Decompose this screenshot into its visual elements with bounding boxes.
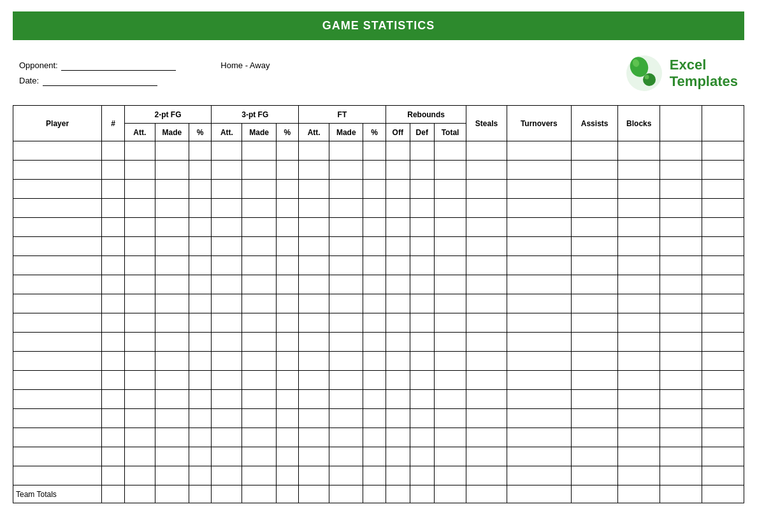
data-cell[interactable] bbox=[618, 237, 660, 256]
data-cell[interactable] bbox=[507, 275, 571, 294]
data-cell[interactable] bbox=[571, 409, 617, 428]
data-cell[interactable] bbox=[13, 447, 102, 466]
data-cell[interactable] bbox=[702, 256, 744, 275]
data-cell[interactable] bbox=[363, 390, 386, 409]
data-cell[interactable] bbox=[410, 256, 434, 275]
data-cell[interactable] bbox=[155, 218, 189, 237]
data-cell[interactable] bbox=[299, 141, 329, 161]
data-cell[interactable] bbox=[434, 218, 466, 237]
data-cell[interactable] bbox=[13, 428, 102, 447]
data-cell[interactable] bbox=[386, 294, 410, 313]
data-cell[interactable] bbox=[571, 352, 617, 371]
data-cell[interactable] bbox=[13, 371, 102, 390]
data-cell[interactable] bbox=[386, 447, 410, 466]
data-cell[interactable] bbox=[507, 199, 571, 218]
data-cell[interactable] bbox=[507, 352, 571, 371]
data-cell[interactable] bbox=[329, 180, 363, 199]
data-cell[interactable] bbox=[363, 352, 386, 371]
data-cell[interactable] bbox=[276, 218, 298, 237]
data-cell[interactable] bbox=[299, 466, 329, 485]
data-cell[interactable] bbox=[466, 409, 507, 428]
data-cell[interactable] bbox=[618, 428, 660, 447]
data-cell[interactable] bbox=[124, 371, 155, 390]
data-cell[interactable] bbox=[329, 352, 363, 371]
data-cell[interactable] bbox=[276, 275, 298, 294]
data-cell[interactable] bbox=[189, 313, 211, 333]
data-cell[interactable] bbox=[410, 352, 434, 371]
data-cell[interactable] bbox=[702, 447, 744, 466]
data-cell[interactable] bbox=[660, 390, 702, 409]
data-cell[interactable] bbox=[702, 180, 744, 199]
data-cell[interactable] bbox=[102, 294, 124, 313]
data-cell[interactable] bbox=[189, 371, 211, 390]
data-cell[interactable] bbox=[434, 390, 466, 409]
data-cell[interactable] bbox=[466, 333, 507, 352]
data-cell[interactable] bbox=[507, 333, 571, 352]
data-cell[interactable] bbox=[13, 409, 102, 428]
data-cell[interactable] bbox=[276, 390, 298, 409]
data-cell[interactable] bbox=[571, 275, 617, 294]
data-cell[interactable] bbox=[242, 199, 276, 218]
data-cell[interactable] bbox=[618, 390, 660, 409]
data-cell[interactable] bbox=[212, 428, 242, 447]
data-cell[interactable] bbox=[618, 466, 660, 485]
data-cell[interactable] bbox=[571, 141, 617, 161]
data-cell[interactable] bbox=[410, 409, 434, 428]
data-cell[interactable] bbox=[618, 352, 660, 371]
data-cell[interactable] bbox=[507, 390, 571, 409]
data-cell[interactable] bbox=[155, 466, 189, 485]
data-cell[interactable] bbox=[660, 294, 702, 313]
data-cell[interactable] bbox=[189, 275, 211, 294]
data-cell[interactable] bbox=[363, 333, 386, 352]
data-cell[interactable] bbox=[299, 180, 329, 199]
data-cell[interactable] bbox=[155, 161, 189, 180]
data-cell[interactable] bbox=[102, 447, 124, 466]
data-cell[interactable] bbox=[386, 180, 410, 199]
data-cell[interactable] bbox=[299, 409, 329, 428]
data-cell[interactable] bbox=[242, 294, 276, 313]
data-cell[interactable] bbox=[329, 237, 363, 256]
data-cell[interactable] bbox=[660, 428, 702, 447]
data-cell[interactable] bbox=[189, 237, 211, 256]
data-cell[interactable] bbox=[618, 371, 660, 390]
data-cell[interactable] bbox=[189, 180, 211, 199]
data-cell[interactable] bbox=[299, 256, 329, 275]
data-cell[interactable] bbox=[363, 180, 386, 199]
data-cell[interactable] bbox=[386, 409, 410, 428]
data-cell[interactable] bbox=[102, 180, 124, 199]
data-cell[interactable] bbox=[618, 141, 660, 161]
data-cell[interactable] bbox=[507, 371, 571, 390]
data-cell[interactable] bbox=[124, 352, 155, 371]
data-cell[interactable] bbox=[363, 466, 386, 485]
data-cell[interactable] bbox=[660, 352, 702, 371]
data-cell[interactable] bbox=[13, 466, 102, 485]
data-cell[interactable] bbox=[466, 447, 507, 466]
data-cell[interactable] bbox=[660, 447, 702, 466]
data-cell[interactable] bbox=[434, 180, 466, 199]
data-cell[interactable] bbox=[434, 161, 466, 180]
data-cell[interactable] bbox=[329, 409, 363, 428]
data-cell[interactable] bbox=[466, 141, 507, 161]
data-cell[interactable] bbox=[410, 333, 434, 352]
data-cell[interactable] bbox=[702, 199, 744, 218]
data-cell[interactable] bbox=[155, 428, 189, 447]
data-cell[interactable] bbox=[242, 218, 276, 237]
data-cell[interactable] bbox=[702, 428, 744, 447]
data-cell[interactable] bbox=[466, 352, 507, 371]
opponent-value[interactable] bbox=[61, 61, 176, 71]
data-cell[interactable] bbox=[155, 256, 189, 275]
data-cell[interactable] bbox=[276, 409, 298, 428]
data-cell[interactable] bbox=[124, 256, 155, 275]
data-cell[interactable] bbox=[329, 161, 363, 180]
data-cell[interactable] bbox=[189, 199, 211, 218]
data-cell[interactable] bbox=[102, 352, 124, 371]
data-cell[interactable] bbox=[102, 237, 124, 256]
data-cell[interactable] bbox=[618, 275, 660, 294]
data-cell[interactable] bbox=[155, 390, 189, 409]
data-cell[interactable] bbox=[242, 333, 276, 352]
data-cell[interactable] bbox=[189, 390, 211, 409]
data-cell[interactable] bbox=[155, 275, 189, 294]
data-cell[interactable] bbox=[410, 371, 434, 390]
data-cell[interactable] bbox=[102, 313, 124, 333]
data-cell[interactable] bbox=[618, 199, 660, 218]
